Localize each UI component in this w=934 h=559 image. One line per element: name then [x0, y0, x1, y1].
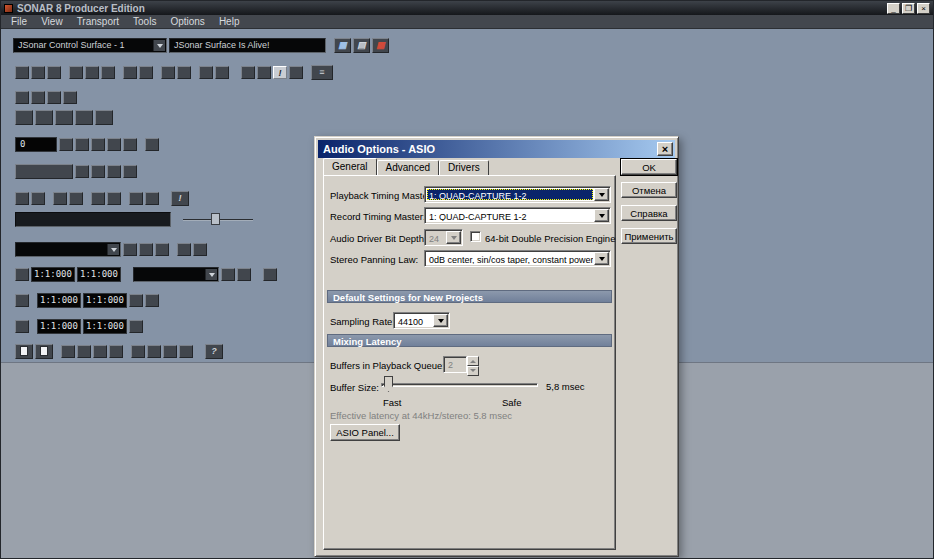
pan-slider[interactable] — [183, 212, 253, 227]
toolbar-button[interactable] — [61, 345, 75, 358]
help-button[interactable]: Справка — [621, 205, 677, 221]
open-file-button[interactable] — [35, 344, 53, 359]
snap-select[interactable] — [15, 242, 121, 257]
slider-thumb[interactable] — [384, 376, 393, 392]
apply-button[interactable]: Применить — [621, 228, 677, 244]
toolbar-button[interactable] — [69, 66, 83, 79]
toolbar-button[interactable] — [31, 91, 45, 104]
toolbar-button[interactable] — [237, 268, 251, 281]
toolbar-button[interactable] — [123, 243, 137, 256]
toolbar-button[interactable] — [155, 243, 169, 256]
toolbar-button[interactable] — [147, 345, 161, 358]
toolbar-button[interactable] — [63, 91, 77, 104]
spin-up-button[interactable] — [467, 356, 479, 366]
toolbar-button[interactable] — [177, 243, 191, 256]
toolbar-button[interactable] — [75, 110, 93, 125]
toolbar-button[interactable] — [15, 268, 29, 281]
toolbar-button[interactable] — [77, 345, 91, 358]
toolbar-button[interactable] — [91, 192, 105, 205]
tab-advanced[interactable]: Advanced — [377, 160, 439, 175]
asio-panel-button[interactable]: ASIO Panel... — [330, 424, 400, 441]
toolbar-button[interactable] — [31, 192, 45, 205]
playback-timing-master-select[interactable]: 1: QUAD-CAPTURE 1-2 — [424, 186, 611, 203]
toolbar-button[interactable] — [123, 66, 137, 79]
toolbar-button[interactable] — [15, 294, 29, 307]
toolbar-button[interactable] — [69, 192, 83, 205]
toolbar-button[interactable] — [15, 110, 33, 125]
toolbar-button[interactable] — [109, 345, 123, 358]
close-button[interactable]: × — [917, 3, 930, 14]
menu-view[interactable]: View — [34, 15, 70, 28]
menu-transport[interactable]: Transport — [70, 15, 126, 28]
toolbar-button[interactable] — [199, 66, 213, 79]
sampling-rate-select[interactable]: 44100 — [393, 312, 450, 329]
toolbar-button[interactable] — [263, 268, 277, 281]
toolbar-button[interactable] — [145, 192, 159, 205]
toolbar-button[interactable] — [47, 91, 61, 104]
tempo-select[interactable] — [133, 267, 219, 282]
toolbar-button[interactable] — [241, 66, 255, 79]
toolbar-button[interactable] — [91, 138, 105, 151]
tab-general[interactable]: General — [323, 158, 377, 175]
toolbar-button[interactable] — [15, 320, 29, 333]
toolbar-button[interactable] — [215, 66, 229, 79]
chevron-down-icon[interactable] — [594, 252, 609, 265]
toolbar-button[interactable] — [15, 66, 29, 79]
toolbar-button[interactable] — [123, 165, 137, 178]
toolbar-button[interactable] — [145, 138, 159, 151]
toolbar-button[interactable] — [35, 110, 53, 125]
toolbar-button[interactable] — [93, 345, 107, 358]
menu-help[interactable]: Help — [212, 15, 247, 28]
toolbar-button[interactable] — [47, 66, 61, 79]
toolbar-button[interactable] — [15, 164, 73, 179]
control-surface-select[interactable]: JSonar Control Surface - 1 — [13, 38, 167, 53]
buffer-size-slider[interactable] — [381, 375, 538, 393]
panning-law-select[interactable]: 0dB center, sin/cos taper, constant powe… — [424, 250, 611, 267]
toolbar-button[interactable] — [107, 165, 121, 178]
toolbar-button[interactable] — [15, 192, 29, 205]
toolbar-button[interactable] — [221, 268, 235, 281]
toolbar-button[interactable] — [75, 165, 89, 178]
precision-engine-checkbox[interactable] — [470, 231, 481, 242]
toolbar-button[interactable] — [139, 243, 153, 256]
toolbar-button[interactable] — [163, 345, 177, 358]
chevron-down-icon[interactable] — [594, 188, 609, 201]
toolbar-button[interactable] — [257, 66, 271, 79]
toolbar-button[interactable] — [107, 138, 121, 151]
alert-button[interactable]: ! — [273, 66, 287, 79]
toolbar-button[interactable] — [177, 66, 191, 79]
surface-grid-button[interactable]: ▦ — [334, 38, 351, 53]
new-file-button[interactable] — [15, 344, 33, 359]
chevron-down-icon[interactable] — [594, 209, 609, 222]
minimize-button[interactable]: _ — [887, 3, 900, 14]
toolbar-button[interactable] — [131, 345, 145, 358]
record-timing-master-select[interactable]: 1: QUAD-CAPTURE 1-2 — [424, 207, 611, 224]
toolbar-button[interactable] — [101, 66, 115, 79]
slider-thumb[interactable] — [211, 213, 220, 225]
toolbar-button[interactable] — [75, 138, 89, 151]
toolbar-button[interactable] — [139, 66, 153, 79]
toolbar-button[interactable] — [193, 243, 207, 256]
toolbar-button[interactable] — [59, 138, 73, 151]
toolbar-button[interactable] — [31, 66, 45, 79]
chevron-down-icon[interactable] — [433, 314, 448, 327]
alert-button[interactable]: ! — [171, 191, 189, 206]
dialog-close-button[interactable]: × — [657, 142, 673, 156]
toolbar-button[interactable] — [123, 138, 137, 151]
menu-options[interactable]: Options — [163, 15, 211, 28]
tab-drivers[interactable]: Drivers — [439, 160, 489, 175]
restore-button[interactable]: ❐ — [902, 3, 915, 14]
surface-window-button[interactable]: ▤ — [353, 38, 370, 53]
menu-tools[interactable]: Tools — [126, 15, 163, 28]
surface-disconnect-button[interactable]: ▦ — [372, 38, 389, 53]
toolbar-button[interactable] — [145, 294, 159, 307]
help-button-toolbar[interactable]: ? — [205, 344, 223, 359]
ok-button[interactable]: OK — [621, 159, 677, 175]
toolbar-button[interactable] — [289, 66, 303, 79]
toolbar-button[interactable] — [91, 165, 105, 178]
window-titlebar[interactable]: SONAR 8 Producer Edition _ ❐ × — [1, 1, 933, 15]
toolbar-button[interactable] — [15, 91, 29, 104]
toolbar-button[interactable] — [85, 66, 99, 79]
toolbar-button[interactable] — [129, 192, 143, 205]
menu-file[interactable]: File — [4, 15, 34, 28]
